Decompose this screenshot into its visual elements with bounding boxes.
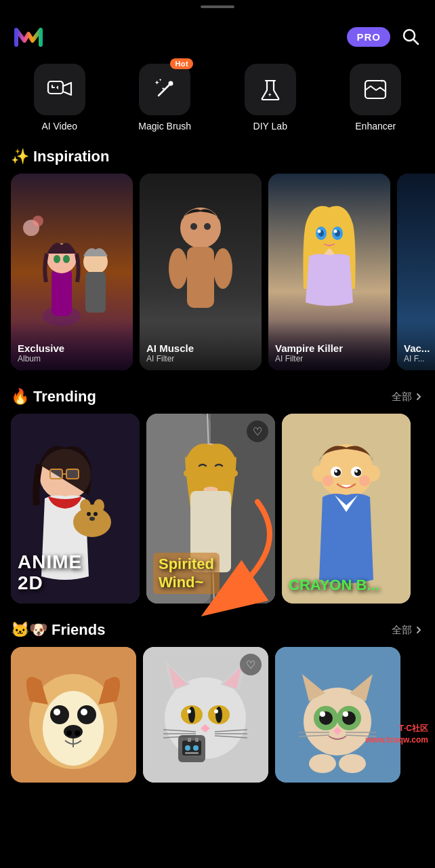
svg-point-1 [404, 30, 415, 41]
svg-point-70 [64, 725, 83, 738]
svg-point-108 [339, 754, 366, 773]
inspiration-emoji: ✨ [11, 148, 29, 165]
toolbar-item-enhancer[interactable]: Enhancer [323, 64, 429, 132]
magic-brush-label: Magic Brush [138, 121, 191, 132]
svg-point-101 [320, 711, 325, 717]
vampire-killer-subtitle: AI Filter [275, 354, 384, 363]
svg-point-67 [77, 705, 96, 724]
vampire-killer-card-label: Vampire Killer AI Filter [268, 321, 390, 370]
muscle-art [150, 194, 251, 330]
exclusive-title: Exclusive [18, 342, 126, 354]
svg-point-80 [187, 709, 191, 713]
svg-point-78 [188, 707, 195, 723]
anime-2d-label: ANIME2D [18, 552, 133, 594]
svg-point-81 [214, 709, 218, 713]
toolbar-item-diy-lab[interactable]: DIY Lab [218, 64, 323, 132]
spirited-wind-overlay: SpiritedWind~ [153, 553, 268, 594]
m-logo-icon[interactable] [12, 20, 45, 53]
enhancer-label: Enhancer [355, 121, 396, 132]
svg-point-5 [169, 81, 173, 86]
enhancer-icon [362, 77, 388, 102]
svg-point-39 [87, 512, 91, 516]
svg-point-71 [66, 730, 72, 736]
svg-point-37 [80, 499, 91, 513]
vac-card-label: Vac... AI F... [397, 321, 435, 370]
svg-point-90 [185, 745, 190, 751]
friend-card-cat[interactable]: ♡ [143, 647, 268, 783]
diy-lab-label: DIY Lab [253, 121, 287, 132]
pro-badge[interactable]: PRO [347, 27, 390, 47]
friends-emoji: 🐱🐶 [11, 621, 47, 639]
svg-point-47 [184, 470, 190, 477]
svg-point-61 [359, 475, 370, 486]
friends-title-text: Friends [51, 621, 105, 639]
toolbar-item-magic-brush[interactable]: Hot Magic Brush [112, 64, 218, 132]
search-button[interactable] [398, 24, 423, 49]
crayon-label: CRAYON B... [289, 576, 379, 593]
ai-muscle-subtitle: AI Filter [146, 354, 255, 363]
diy-lab-icon [257, 77, 283, 102]
svg-point-59 [355, 470, 358, 473]
top-bar [0, 0, 435, 11]
anime-2d-overlay: ANIME2D [18, 552, 133, 594]
diy-lab-icon-wrap [245, 64, 296, 115]
trending-card-crayon[interactable]: CRAYON B... [282, 414, 411, 604]
trending-see-all[interactable]: 全部 [392, 391, 424, 403]
svg-rect-33 [66, 469, 79, 479]
crayon-art [282, 414, 411, 604]
svg-point-14 [63, 255, 70, 263]
trending-section-header: 🔥 Trending 全部 [0, 384, 435, 414]
inspiration-card-vampire-killer[interactable]: Vampire Killer AI Filter [268, 174, 390, 370]
ai-muscle-card-label: AI Muscle AI Filter [140, 321, 262, 370]
svg-point-19 [204, 223, 211, 230]
trending-title: 🔥 Trending [11, 388, 96, 406]
inspiration-title-text: Inspiration [33, 148, 109, 165]
drag-handle [201, 5, 234, 8]
svg-point-38 [94, 499, 104, 513]
friend-card-cat2[interactable] [275, 647, 400, 783]
svg-point-69 [81, 709, 87, 715]
inspiration-card-ai-muscle[interactable]: AI Muscle AI Filter [140, 174, 262, 370]
svg-point-41 [89, 517, 95, 521]
trending-card-spirited-wind[interactable]: ♡ SpiritedWind~ [146, 414, 275, 604]
trending-scroll: ANIME2D [0, 414, 435, 617]
svg-point-40 [94, 512, 98, 516]
svg-point-60 [323, 475, 333, 486]
svg-point-9 [33, 216, 43, 226]
vac-subtitle: AI F... [404, 354, 435, 363]
ai-video-icon-wrap [34, 64, 85, 115]
svg-point-28 [318, 230, 321, 233]
ai-muscle-title: AI Muscle [146, 342, 255, 354]
svg-rect-16 [85, 272, 106, 313]
svg-point-57 [354, 469, 361, 476]
svg-point-29 [334, 230, 337, 233]
inspiration-card-exclusive[interactable]: Exclusive Album [11, 174, 133, 370]
friends-section-header: 🐱🐶 Friends 全部 [0, 617, 435, 647]
trending-title-text: Trending [33, 388, 96, 406]
toolbar-item-ai-video[interactable]: AI Video [7, 64, 112, 132]
svg-rect-3 [48, 81, 63, 94]
svg-rect-94 [195, 738, 199, 742]
svg-point-18 [190, 223, 197, 230]
magic-brush-icon-wrap: Hot [139, 64, 190, 115]
vac-title: Vac... [404, 342, 435, 354]
svg-line-2 [414, 40, 419, 45]
svg-point-58 [335, 470, 337, 473]
toolbar: AI Video Hot Magic Brush [0, 58, 435, 144]
trending-emoji: 🔥 [11, 388, 29, 406]
cat-fav-icon[interactable]: ♡ [240, 654, 262, 675]
svg-rect-93 [188, 738, 191, 742]
inspiration-scroll: Exclusive Album AI Muscle [0, 174, 435, 384]
friend-card-dog[interactable] [11, 647, 136, 783]
spirited-wind-label: SpiritedWind~ [153, 553, 220, 594]
svg-point-13 [54, 255, 60, 263]
spirited-wind-fav-icon[interactable]: ♡ [247, 420, 268, 442]
enhancer-icon-wrap [350, 64, 401, 115]
header: PRO [0, 11, 435, 58]
inspiration-card-vac[interactable]: Vac... AI F... [397, 174, 435, 370]
svg-point-107 [309, 754, 336, 773]
friends-see-all[interactable]: 全部 [392, 624, 424, 637]
svg-point-72 [75, 730, 80, 736]
inspiration-section-header: ✨ Inspiration [0, 144, 435, 174]
trending-card-anime-2d[interactable]: ANIME2D [11, 414, 140, 604]
